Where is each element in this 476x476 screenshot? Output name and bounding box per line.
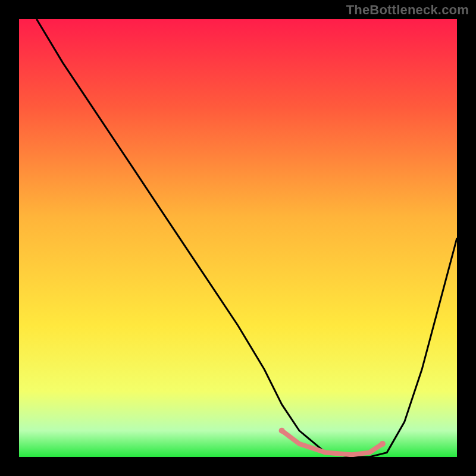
end-dot: [380, 441, 386, 447]
chart-frame: TheBottleneck.com: [0, 0, 476, 476]
background-gradient: [19, 19, 457, 457]
watermark-text: TheBottleneck.com: [346, 2, 469, 18]
end-dot: [279, 428, 285, 434]
chart-svg: [19, 19, 457, 457]
plot-area: [19, 19, 457, 457]
